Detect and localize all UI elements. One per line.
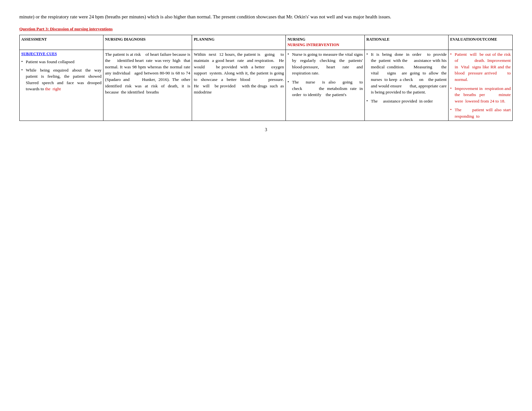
assessment-bullet-1: •Patient was found collapsed [21, 59, 102, 65]
page-number: 3 [19, 127, 513, 132]
header-evaluation: EVALUATION/OUTCOME [449, 35, 513, 50]
nursing-bullet-2: •The nurse is also going to check the me… [287, 79, 363, 98]
rationale-bullet-1: •It is being done in order to provide th… [366, 51, 447, 95]
header-rationale: RATIONALE [364, 35, 448, 50]
assessment-bullet-2: •While being enquired about the way pati… [21, 67, 102, 92]
planning-cell: Within next 12 hours, the patient is goi… [192, 50, 286, 121]
eval-bullet-3: • The patient will also start responding… [450, 107, 511, 119]
nursing-header-line1: NURSING [287, 37, 305, 42]
nursing-cell: •Nurse is going to measure the vital sig… [286, 50, 365, 121]
header-diagnosis: NURSING DIAGNOSIS [103, 35, 192, 50]
nursing-bullet-1: •Nurse is going to measure the vital sig… [287, 51, 363, 76]
header-assessment: ASSESSMENT [20, 35, 103, 50]
rationale-bullet-2: •The assistance provided in order [366, 98, 447, 104]
question-heading: Question Part 3: Discussion of nursing i… [19, 26, 513, 32]
table-row: SUBJECTIVE CUES •Patient was found colla… [20, 50, 513, 121]
nursing-table: ASSESSMENT NURSING DIAGNOSIS PLANNING NU… [19, 35, 513, 121]
eval-bullet-2: • Improvement in respiration and the bre… [450, 85, 511, 104]
header-nursing: NURSING NURSING INTRERVENTION [286, 35, 365, 50]
header-planning: PLANNING [192, 35, 286, 50]
intro-paragraph: minute) or the respiratory rate were 24 … [19, 13, 513, 21]
diagnosis-cell: The patient is at risk of heart failure … [103, 50, 192, 121]
nursing-header-line2: NURSING INTRERVENTION [287, 43, 339, 47]
subjective-cues-label: SUBJECTIVE CUES [21, 51, 102, 57]
evaluation-cell: • Patient will be out of the risk of dea… [449, 50, 513, 121]
rationale-cell: •It is being done in order to provide th… [364, 50, 448, 121]
eval-bullet-1: • Patient will be out of the risk of dea… [450, 51, 511, 83]
assessment-cell: SUBJECTIVE CUES •Patient was found colla… [20, 50, 103, 121]
